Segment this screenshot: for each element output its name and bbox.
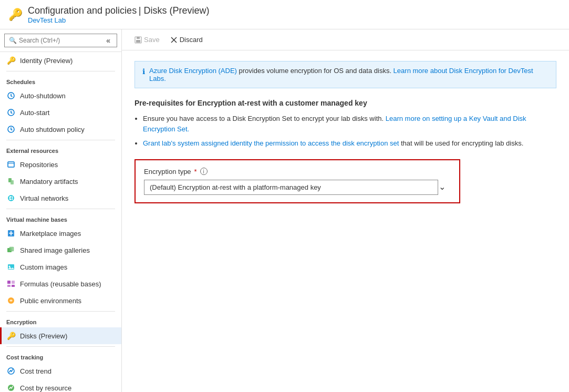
discard-button[interactable]: Discard <box>166 34 207 46</box>
divider-encryption <box>6 346 115 347</box>
sidebar-item-public-environments[interactable]: Public environments <box>0 292 121 309</box>
header-page-title: Disks (Preview) <box>143 5 209 16</box>
sidebar-item-cost-trend[interactable]: Cost trend <box>0 363 121 379</box>
sidebar-item-auto-start[interactable]: Auto-start <box>0 104 121 121</box>
svg-rect-3 <box>8 162 14 167</box>
sidebar-item-virtual-networks[interactable]: Virtual networks <box>0 190 121 207</box>
field-info-icon[interactable]: i <box>200 168 208 175</box>
svg-rect-18 <box>7 285 11 287</box>
sidebar-item-label: Virtual networks <box>20 194 68 202</box>
sidebar-search-container: 🔍 « <box>0 29 121 52</box>
sidebar-item-label: Shared image galleries <box>20 246 90 254</box>
divider-external <box>6 209 115 209</box>
save-label: Save <box>144 36 160 44</box>
svg-point-15 <box>9 266 11 267</box>
svg-rect-6 <box>11 180 14 184</box>
sidebar-item-shared-image-galleries[interactable]: Shared image galleries <box>0 242 121 259</box>
sidebar-item-label: Marketplace images <box>20 230 81 238</box>
header-subtitle-link[interactable]: DevTest Lab <box>28 16 66 24</box>
encryption-type-select[interactable]: (Default) Encryption at-rest with a plat… <box>144 180 438 195</box>
toolbar: Save Discard <box>122 29 569 50</box>
prereq-title: Pre-requisites for Encryption at-rest wi… <box>135 99 556 107</box>
page-header: 🔑 Configuration and policies | Disks (Pr… <box>0 0 569 29</box>
search-input[interactable] <box>19 37 104 44</box>
divider-schedules <box>6 140 115 140</box>
svg-rect-25 <box>136 40 140 43</box>
disks-preview-icon: 🔑 <box>6 331 16 341</box>
section-encryption: Encryption <box>0 314 121 327</box>
sidebar-item-label: Cost trend <box>20 367 51 375</box>
sidebar-item-identity[interactable]: 🔑 Identity (Preview) <box>0 52 121 69</box>
header-separator: | <box>139 5 144 16</box>
sidebar-item-label: Repositories <box>20 161 58 169</box>
marketplace-images-icon <box>6 229 16 238</box>
section-cost-tracking: Cost tracking <box>0 349 121 363</box>
main-layout: 🔍 « 🔑 Identity (Preview) Schedules Auto-… <box>0 29 569 392</box>
sidebar-item-custom-images[interactable]: Custom images <box>0 259 121 275</box>
sidebar: 🔍 « 🔑 Identity (Preview) Schedules Auto-… <box>0 29 122 392</box>
key-icon: 🔑 <box>8 8 23 22</box>
info-banner-text: Azure Disk Encryption (ADE) provides vol… <box>149 67 549 82</box>
cost-trend-icon <box>6 366 16 376</box>
discard-label: Discard <box>180 36 203 44</box>
encryption-field-container: Encryption type * i (Default) Encryption… <box>135 159 460 203</box>
ade-link[interactable]: Azure Disk Encryption (ADE) <box>149 67 237 75</box>
divider-top <box>6 71 115 71</box>
section-external-resources: External resources <box>0 142 121 156</box>
cost-by-resource-icon <box>6 383 16 392</box>
encryption-field-label: Encryption type * i <box>144 168 451 176</box>
svg-rect-13 <box>9 247 14 251</box>
section-vm-bases: Virtual machine bases <box>0 211 121 225</box>
public-environments-icon <box>6 296 16 305</box>
svg-rect-17 <box>12 281 15 284</box>
sidebar-item-mandatory-artifacts[interactable]: Mandatory artifacts <box>0 173 121 190</box>
sidebar-item-cost-by-resource[interactable]: Cost by resource <box>0 379 121 392</box>
section-schedules: Schedules <box>0 74 121 87</box>
save-button[interactable]: Save <box>130 34 164 46</box>
header-main-title: Configuration and policies <box>28 5 137 16</box>
identity-icon: 🔑 <box>6 56 16 65</box>
sidebar-item-label: Custom images <box>20 263 67 271</box>
sidebar-item-label: Identity (Preview) <box>20 57 73 65</box>
sidebar-item-formulas[interactable]: Formulas (reusable bases) <box>0 275 121 292</box>
mandatory-artifacts-icon <box>6 177 16 186</box>
divider-vm-bases <box>6 311 115 312</box>
repositories-icon <box>6 160 16 169</box>
required-indicator: * <box>194 168 197 176</box>
custom-images-icon <box>6 262 16 272</box>
search-box[interactable]: 🔍 « <box>4 34 117 47</box>
shared-image-galleries-icon <box>6 245 16 255</box>
sidebar-item-repositories[interactable]: Repositories <box>0 156 121 173</box>
sidebar-item-label: Auto-shutdown <box>20 92 66 100</box>
prereq-item-2: Grant lab's system assigned identity the… <box>143 138 556 149</box>
svg-rect-24 <box>137 37 140 39</box>
sidebar-item-label: Formulas (reusable bases) <box>20 280 101 288</box>
prereq-list: Ensure you have access to a Disk Encrypt… <box>143 114 556 149</box>
main-content: ℹ Azure Disk Encryption (ADE) provides v… <box>122 50 569 392</box>
prereq-link-2[interactable]: Grant lab's system assigned identity the… <box>143 139 399 147</box>
svg-rect-19 <box>12 285 15 287</box>
auto-start-icon <box>6 108 16 117</box>
info-banner: ℹ Azure Disk Encryption (ADE) provides v… <box>135 61 556 88</box>
sidebar-item-marketplace-images[interactable]: Marketplace images <box>0 225 121 242</box>
header-text: Configuration and policies | Disks (Prev… <box>28 5 209 24</box>
auto-shutdown-policy-icon <box>6 125 16 134</box>
sidebar-item-label: Cost by resource <box>20 384 71 392</box>
prereq-item-1: Ensure you have access to a Disk Encrypt… <box>143 114 556 134</box>
sidebar-item-label: Public environments <box>20 297 81 305</box>
search-icon: 🔍 <box>9 37 17 44</box>
svg-rect-11 <box>11 231 12 235</box>
svg-rect-16 <box>7 281 11 284</box>
sidebar-item-disks-preview[interactable]: 🔑 Disks (Preview) <box>0 327 121 344</box>
info-icon: ℹ <box>142 67 145 76</box>
sidebar-item-label: Mandatory artifacts <box>20 178 78 185</box>
info-banner-middle: provides volume encryption for OS and da… <box>239 67 394 75</box>
sidebar-item-auto-shutdown-policy[interactable]: Auto shutdown policy <box>0 121 121 138</box>
formulas-icon <box>6 279 16 288</box>
sidebar-item-auto-shutdown[interactable]: Auto-shutdown <box>0 87 121 104</box>
sidebar-item-label: Auto shutdown policy <box>20 126 85 133</box>
auto-shutdown-icon <box>6 91 16 100</box>
sidebar-item-label: Auto-start <box>20 109 49 117</box>
collapse-icon[interactable]: « <box>104 36 112 45</box>
encryption-type-select-wrapper: (Default) Encryption at-rest with a plat… <box>144 180 451 195</box>
